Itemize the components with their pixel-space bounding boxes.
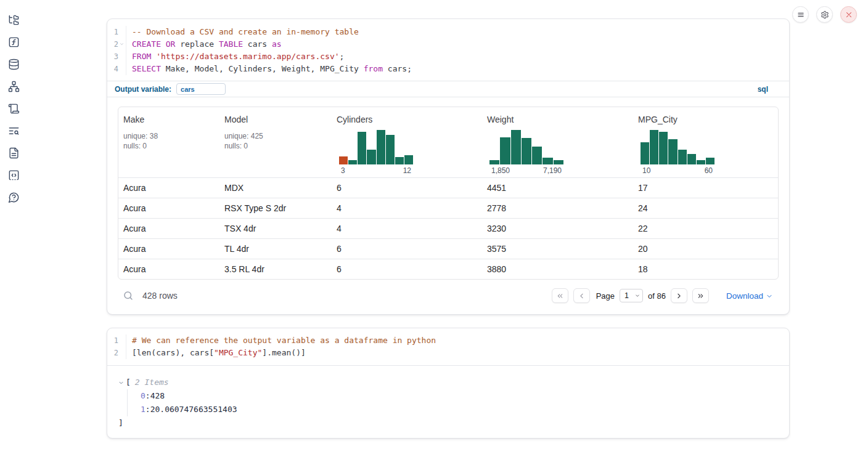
- table-cell: Acura: [118, 224, 219, 233]
- document-icon[interactable]: [8, 147, 20, 159]
- histogram-bar[interactable]: [386, 135, 395, 164]
- table-header-cell[interactable]: Makeunique: 38nulls: 0: [118, 115, 219, 175]
- histogram-bar[interactable]: [367, 150, 375, 164]
- first-page-button[interactable]: [552, 288, 568, 303]
- sql-cell-card: 1-- Download a CSV and create an in-memo…: [107, 18, 790, 315]
- table-cell: RSX Type S 2dr: [219, 203, 332, 213]
- histogram-bar[interactable]: [687, 154, 696, 164]
- histogram-bar[interactable]: [554, 160, 563, 164]
- python-code-editor[interactable]: 1# We can reference the output variable …: [107, 328, 789, 365]
- histogram-bar[interactable]: [500, 137, 510, 164]
- item-key: 1: [141, 403, 145, 416]
- histogram-bar[interactable]: [678, 150, 687, 164]
- table-footer: 428 rows Page 1 of 86: [107, 280, 789, 312]
- histogram-bar[interactable]: [395, 157, 404, 164]
- table-row[interactable]: AcuraTSX 4dr4323022: [118, 218, 778, 238]
- tree-items: 0: 4281: 20.060747663551403: [127, 389, 789, 416]
- last-page-button[interactable]: [692, 288, 709, 303]
- next-page-button[interactable]: [671, 288, 687, 303]
- histogram-bar[interactable]: [489, 160, 499, 164]
- table-header-cell[interactable]: Weight1,8507,190: [482, 115, 633, 175]
- dependency-graph-icon[interactable]: [8, 81, 20, 92]
- column-name: Weight: [487, 115, 633, 124]
- download-button[interactable]: Download: [726, 291, 773, 301]
- histogram-bar[interactable]: [511, 130, 521, 164]
- histogram-bar[interactable]: [668, 139, 677, 164]
- table-row[interactable]: AcuraRSX Type S 2dr4277824: [118, 198, 778, 218]
- table-row[interactable]: Acura3.5 RL 4dr6388018: [118, 259, 778, 279]
- code-line[interactable]: 3FROM 'https://datasets.marimo.app/cars.…: [107, 51, 789, 63]
- shutdown-button[interactable]: [840, 6, 857, 23]
- table-cell: Acura: [118, 203, 219, 213]
- histogram-bar[interactable]: [697, 160, 705, 164]
- menu-icon: [796, 10, 805, 19]
- table-cell: 24: [633, 203, 778, 213]
- tree-item: 0: 428: [141, 389, 789, 403]
- table-cell: TL 4dr: [219, 244, 332, 254]
- histogram-bar[interactable]: [532, 147, 542, 164]
- table-cell: 6: [332, 183, 482, 193]
- histogram-bar[interactable]: [348, 160, 357, 164]
- histogram-bar[interactable]: [641, 142, 649, 164]
- fold-chevron-icon[interactable]: [119, 41, 125, 47]
- table-cell: MDX: [219, 183, 332, 193]
- code-line[interactable]: 2[len(cars), cars["MPG_City"].mean()]: [107, 347, 789, 359]
- table-cell: Acura: [118, 244, 219, 254]
- function-square-icon[interactable]: [8, 36, 20, 48]
- line-number: 4: [107, 63, 126, 75]
- code-line[interactable]: 1# We can reference the output variable …: [107, 334, 789, 347]
- menu-button[interactable]: [792, 6, 809, 23]
- prev-page-button[interactable]: [573, 288, 590, 303]
- file-tree-icon[interactable]: [8, 14, 20, 26]
- line-number: 2: [107, 347, 126, 359]
- table-cell: 4451: [482, 183, 633, 193]
- column-histogram: 1,8507,190: [489, 130, 563, 175]
- rows-count: 428 rows: [142, 291, 178, 301]
- histogram-bar[interactable]: [404, 155, 413, 164]
- sql-code-editor[interactable]: 1-- Download a CSV and create an in-memo…: [107, 19, 789, 81]
- table-header-cell[interactable]: Modelunique: 425nulls: 0: [219, 115, 332, 175]
- column-name: MPG_City: [638, 115, 778, 124]
- scroll-icon[interactable]: [8, 103, 20, 115]
- histogram-bar[interactable]: [650, 130, 658, 164]
- column-name: Make: [123, 115, 219, 124]
- axis-max-label: 12: [403, 166, 411, 175]
- table-cell: 4: [332, 224, 482, 233]
- axis-max-label: 60: [705, 166, 713, 175]
- close-icon: [845, 10, 853, 19]
- histogram-bar[interactable]: [377, 130, 385, 164]
- help-chat-icon[interactable]: [8, 192, 20, 203]
- database-icon[interactable]: [8, 59, 20, 70]
- table-header-cell[interactable]: MPG_City1060: [633, 115, 778, 175]
- table-row[interactable]: AcuraMDX6445117: [118, 177, 778, 198]
- code-line[interactable]: 4SELECT Make, Model, Cylinders, Weight, …: [107, 63, 789, 75]
- tree-item: 1: 20.060747663551403: [141, 403, 789, 416]
- histogram-bar[interactable]: [659, 132, 668, 164]
- column-name: Model: [224, 115, 332, 124]
- table-header-cell[interactable]: Cylinders312: [332, 115, 482, 175]
- search-icon[interactable]: [123, 290, 134, 301]
- histogram-bar[interactable]: [706, 158, 714, 164]
- histogram-bar[interactable]: [358, 132, 366, 164]
- histogram-bar[interactable]: [522, 138, 531, 164]
- histogram-bar[interactable]: [339, 156, 348, 164]
- code-snippet-icon[interactable]: [8, 169, 20, 181]
- tree-collapse-chevron-icon[interactable]: [118, 379, 125, 386]
- output-variable-input[interactable]: [176, 83, 226, 95]
- chevrons-right-icon: [697, 292, 705, 300]
- language-badge[interactable]: sql: [758, 85, 768, 94]
- item-value: 428: [150, 389, 165, 403]
- page-select[interactable]: 1: [620, 289, 643, 302]
- settings-button[interactable]: [816, 6, 833, 23]
- code-tokens: CREATE OR replace TABLE cars as: [126, 38, 282, 51]
- histogram-bar[interactable]: [542, 158, 552, 164]
- code-line[interactable]: 2CREATE OR replace TABLE cars as: [107, 38, 789, 51]
- histogram-axis-labels: 1,8507,190: [489, 164, 563, 175]
- search-list-icon[interactable]: [8, 125, 20, 137]
- table-row[interactable]: AcuraTL 4dr6357520: [118, 238, 778, 259]
- table-cell: 3.5 RL 4dr: [219, 264, 332, 274]
- output-variable-row: Output variable: sql: [107, 81, 789, 97]
- table-cell: 22: [633, 224, 778, 233]
- column-name: Cylinders: [337, 115, 482, 124]
- code-line[interactable]: 1-- Download a CSV and create an in-memo…: [107, 26, 789, 38]
